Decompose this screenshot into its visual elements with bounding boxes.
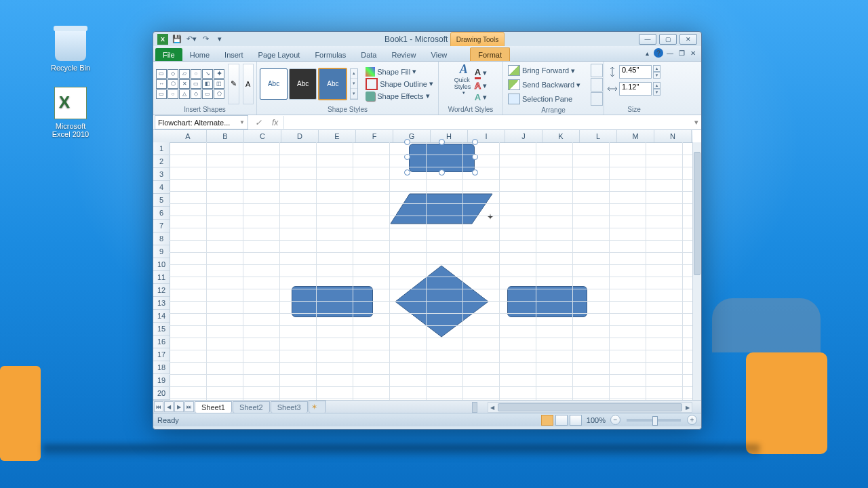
maximize-button[interactable]: ▢ bbox=[659, 34, 677, 45]
undo-icon[interactable]: ↶▾ bbox=[185, 33, 197, 45]
save-icon[interactable]: 💾 bbox=[171, 33, 183, 45]
excel-shortcut-icon[interactable]: Microsoft Excel 2010 bbox=[49, 87, 92, 138]
row-header[interactable]: 5 bbox=[153, 194, 170, 207]
row-header[interactable]: 20 bbox=[153, 387, 170, 400]
tab-formulas[interactable]: Formulas bbox=[307, 48, 353, 61]
shape-style-1[interactable]: Abc bbox=[260, 68, 288, 100]
app-icon[interactable]: X bbox=[157, 33, 169, 45]
recycle-bin-icon[interactable]: Recycle Bin bbox=[49, 30, 92, 72]
row-header[interactable]: 1 bbox=[153, 142, 170, 155]
row-header[interactable]: 7 bbox=[153, 220, 170, 232]
group-button[interactable] bbox=[591, 78, 603, 92]
row-header[interactable]: 16 bbox=[153, 336, 170, 348]
shape-effects-button[interactable]: Shape Effects ▾ bbox=[363, 91, 435, 102]
selection-pane-button[interactable]: Selection Pane bbox=[506, 93, 590, 105]
zoom-slider[interactable] bbox=[627, 419, 681, 422]
workbook-restore-icon[interactable]: ❐ bbox=[677, 48, 686, 58]
sheet-tab-1[interactable]: Sheet1 bbox=[195, 401, 232, 413]
height-spinner[interactable]: ▲▼ bbox=[653, 65, 660, 79]
text-box-button[interactable]: A bbox=[243, 64, 254, 104]
column-header[interactable]: C bbox=[244, 130, 281, 142]
column-header[interactable]: N bbox=[654, 130, 692, 142]
zoom-out-button[interactable]: − bbox=[610, 415, 620, 425]
row-header[interactable]: 11 bbox=[153, 271, 170, 284]
column-header[interactable]: L bbox=[580, 130, 617, 142]
shape-outline-button[interactable]: Shape Outline ▾ bbox=[363, 77, 435, 91]
column-header[interactable]: H bbox=[431, 130, 468, 142]
row-header[interactable]: 4 bbox=[153, 181, 170, 194]
close-button[interactable]: ✕ bbox=[679, 34, 697, 45]
bring-forward-button[interactable]: Bring Forward ▾ bbox=[506, 64, 590, 77]
shape-styles-more[interactable]: ▴▾▾ bbox=[350, 68, 358, 100]
row-header[interactable]: 19 bbox=[153, 374, 170, 387]
workbook-minimize-icon[interactable]: — bbox=[665, 48, 675, 58]
tab-page-layout[interactable]: Page Layout bbox=[251, 48, 308, 61]
normal-view-button[interactable] bbox=[541, 415, 553, 426]
row-header[interactable]: 6 bbox=[153, 207, 170, 220]
worksheet-area[interactable]: ABCDEFGHIJKLMN 1234567891011121314151617… bbox=[153, 130, 701, 400]
zoom-level[interactable]: 100% bbox=[587, 416, 606, 424]
name-box[interactable]: Flowchart: Alternate...▼ bbox=[155, 115, 248, 129]
row-header[interactable]: 17 bbox=[153, 348, 170, 361]
shapes-gallery[interactable]: ▭◇▱○↘✦ ↔⬡✕▭◧◫ ▭○△◇▭⬠ bbox=[156, 69, 224, 99]
shape-style-3[interactable]: Abc bbox=[318, 68, 347, 100]
edit-shape-button[interactable]: ✎ bbox=[228, 64, 239, 104]
sheet-tab-3[interactable]: Sheet3 bbox=[271, 401, 308, 413]
column-header[interactable]: E bbox=[319, 130, 356, 142]
tab-file[interactable]: File bbox=[155, 48, 182, 61]
shape-style-2[interactable]: Abc bbox=[289, 68, 317, 100]
align-button[interactable] bbox=[591, 64, 603, 77]
help-icon[interactable]: ? bbox=[654, 48, 663, 58]
page-break-view-button[interactable] bbox=[570, 415, 582, 426]
tab-format[interactable]: Format bbox=[470, 47, 510, 61]
minimize-ribbon-icon[interactable]: ▴ bbox=[642, 48, 652, 58]
tab-nav-prev[interactable]: ◀ bbox=[164, 401, 174, 412]
tab-view[interactable]: View bbox=[424, 48, 455, 61]
column-header[interactable]: M bbox=[617, 130, 654, 142]
row-header[interactable]: 9 bbox=[153, 245, 170, 258]
tab-scrollbar-splitter[interactable] bbox=[472, 402, 477, 413]
tab-nav-last[interactable]: ⏭ bbox=[184, 401, 194, 412]
shape-height-input[interactable]: 0.45" bbox=[619, 65, 652, 79]
quick-styles-button[interactable]: A Quick Styles▾ bbox=[454, 66, 473, 93]
page-layout-view-button[interactable] bbox=[555, 415, 568, 426]
flowchart-decision-shape[interactable] bbox=[393, 264, 490, 339]
row-header[interactable]: 12 bbox=[153, 284, 170, 297]
column-header[interactable]: D bbox=[281, 130, 319, 142]
tab-nav-next[interactable]: ▶ bbox=[174, 401, 184, 412]
new-sheet-button[interactable]: ✶ bbox=[309, 401, 326, 413]
width-spinner[interactable]: ▲▼ bbox=[653, 82, 660, 96]
row-header[interactable]: 2 bbox=[153, 155, 170, 168]
text-effects-button[interactable]: A▾ bbox=[475, 92, 487, 102]
column-header[interactable]: B bbox=[207, 130, 244, 142]
horizontal-scrollbar[interactable]: ◀▶ bbox=[488, 402, 692, 413]
redo-icon[interactable]: ↷ bbox=[199, 33, 212, 45]
tab-nav-first[interactable]: ⏮ bbox=[154, 401, 163, 412]
tab-review[interactable]: Review bbox=[384, 48, 423, 61]
shape-fill-button[interactable]: Shape Fill ▾ bbox=[363, 66, 435, 77]
tab-insert[interactable]: Insert bbox=[217, 48, 251, 61]
column-header[interactable]: F bbox=[356, 130, 393, 142]
expand-formula-bar-icon[interactable]: ▾ bbox=[692, 118, 701, 127]
row-header[interactable]: 14 bbox=[153, 310, 170, 323]
column-header[interactable]: I bbox=[468, 130, 505, 142]
row-header[interactable]: 13 bbox=[153, 297, 170, 310]
row-header[interactable]: 15 bbox=[153, 323, 170, 336]
vertical-scrollbar[interactable] bbox=[692, 142, 701, 400]
minimize-button[interactable]: — bbox=[639, 34, 656, 45]
fx-icon[interactable]: fx bbox=[272, 118, 278, 127]
row-header[interactable]: 3 bbox=[153, 168, 170, 181]
flowchart-alternate-process-selected[interactable] bbox=[409, 144, 475, 172]
select-all-corner[interactable] bbox=[153, 130, 170, 143]
tab-home[interactable]: Home bbox=[182, 48, 217, 61]
row-header[interactable]: 8 bbox=[153, 232, 170, 245]
send-backward-button[interactable]: Send Backward ▾ bbox=[506, 79, 590, 91]
shape-width-input[interactable]: 1.12" bbox=[619, 82, 652, 96]
text-fill-button[interactable]: A▾ bbox=[475, 67, 487, 79]
column-header[interactable]: J bbox=[505, 130, 542, 142]
column-header[interactable]: K bbox=[542, 130, 580, 142]
qat-customize-icon[interactable]: ▾ bbox=[214, 33, 226, 45]
column-header[interactable]: A bbox=[170, 130, 207, 142]
tab-data[interactable]: Data bbox=[353, 48, 384, 61]
row-header[interactable]: 18 bbox=[153, 361, 170, 374]
